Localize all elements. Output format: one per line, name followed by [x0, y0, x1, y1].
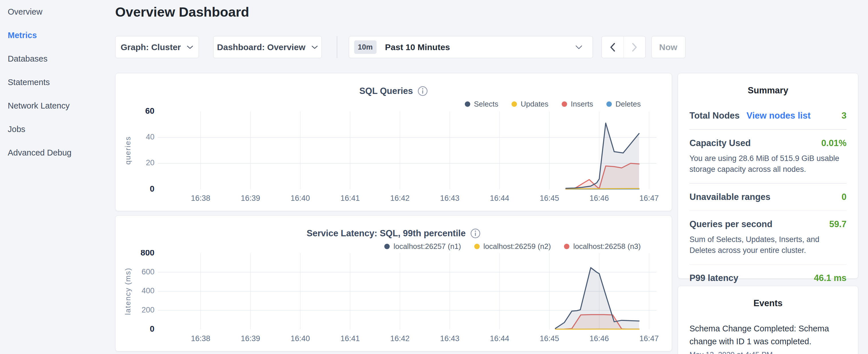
y-axis-tick-label: 400	[142, 286, 154, 295]
chevron-right-icon	[631, 42, 638, 52]
legend-label: localhost:26258 (n3)	[573, 242, 641, 251]
legend-label: Updates	[521, 100, 549, 108]
now-button[interactable]: Now	[651, 36, 685, 58]
x-axis-tick-label: 16:41	[340, 334, 360, 343]
sidebar-item-network-latency[interactable]: Network Latency	[0, 94, 112, 118]
summary-row-value: 0	[842, 192, 846, 202]
summary-row-queries-per-second: Queries per second59.7	[689, 219, 846, 229]
summary-row-value: 46.1 ms	[814, 273, 846, 283]
dashboard-controls: Graph: Cluster Dashboard: Overview 10m P…	[115, 36, 685, 58]
legend-item-inserts[interactable]: Inserts	[562, 100, 593, 108]
x-axis-tick-label: 16:47	[639, 194, 659, 202]
y-axis-tick-label: 600	[142, 267, 154, 276]
legend-dot-icon	[474, 244, 480, 249]
x-axis-tick-label: 16:39	[241, 334, 260, 343]
graph-selector-label: Graph: Cluster	[121, 42, 181, 52]
y-axis-tick-label: 0	[150, 324, 154, 333]
time-range-pager	[601, 36, 646, 58]
time-range-badge: 10m	[354, 40, 376, 54]
legend-dot-icon	[465, 101, 470, 107]
next-time-range-button[interactable]	[624, 36, 645, 58]
time-range-selector[interactable]: 10m Past 10 Minutes	[349, 36, 593, 58]
legend-label: Selects	[474, 100, 498, 108]
legend-item-localhost-26259-n2-[interactable]: localhost:26259 (n2)	[474, 242, 551, 251]
y-axis-tick-label: 40	[146, 133, 154, 141]
x-axis-tick-label: 16:44	[490, 334, 509, 343]
summary-divider	[689, 264, 846, 265]
legend-label: Deletes	[616, 100, 641, 108]
x-axis-tick-label: 16:45	[539, 194, 559, 202]
series-area-selects	[566, 123, 639, 189]
sidebar-item-statements[interactable]: Statements	[0, 70, 112, 94]
summary-row-p99-latency: P99 latency46.1 ms	[689, 273, 846, 283]
info-icon[interactable]	[470, 228, 480, 238]
event-message: Schema Change Completed: Schema change w…	[689, 322, 846, 348]
summary-row-unavailable-ranges: Unavailable ranges0	[689, 192, 846, 202]
sql-queries-title: SQL Queries	[359, 86, 413, 96]
sidebar-item-label: Metrics	[8, 31, 37, 40]
summary-row-description: Sum of Selects, Updates, Inserts, and De…	[689, 234, 846, 256]
legend-item-selects[interactable]: Selects	[465, 100, 498, 108]
dashboard-selector-dropdown[interactable]: Dashboard: Overview	[213, 36, 322, 58]
x-axis-tick-label: 16:46	[589, 194, 609, 202]
chevron-down-icon	[187, 45, 193, 49]
sql-queries-title-row: SQL Queries	[116, 86, 672, 96]
summary-divider	[689, 129, 846, 130]
service-latency-chart[interactable]: 020040060080016:3816:3916:4016:4116:4216…	[116, 250, 672, 350]
dashboard-selector-label: Dashboard: Overview	[217, 42, 305, 52]
y-axis-title: latency (ms)	[124, 267, 132, 315]
x-axis-tick-label: 16:38	[191, 334, 210, 343]
chevron-down-icon	[575, 45, 583, 50]
sidebar-item-label: Overview	[8, 7, 42, 17]
info-icon[interactable]	[417, 86, 428, 96]
x-axis-tick-label: 16:42	[390, 334, 410, 343]
legend-item-localhost-26257-n1-[interactable]: localhost:26257 (n1)	[384, 242, 461, 251]
x-axis-tick-label: 16:47	[639, 334, 659, 343]
event-timestamp: May 13, 2020 at 4:45 PM	[689, 350, 846, 354]
summary-divider	[689, 183, 846, 184]
event-list-item: Schema Change Completed: Schema change w…	[689, 322, 846, 354]
legend-label: localhost:26257 (n1)	[394, 242, 461, 251]
summary-row-value: 59.7	[829, 219, 846, 229]
service-latency-title: Service Latency: SQL, 99th percentile	[307, 228, 466, 238]
summary-row-value: 3	[842, 110, 846, 121]
sidebar: OverviewMetricsDatabasesStatementsNetwor…	[0, 0, 112, 354]
summary-row-label: P99 latency	[689, 273, 739, 283]
events-title: Events	[678, 298, 858, 309]
view-nodes-list-link[interactable]: View nodes list	[746, 110, 810, 121]
sidebar-item-databases[interactable]: Databases	[0, 47, 112, 70]
summary-row-capacity-used: Capacity Used0.01%	[689, 138, 846, 148]
y-axis-tick-label: 60	[145, 108, 154, 116]
sql-queries-chart[interactable]: 020406016:3816:3916:4016:4116:4216:4316:…	[116, 108, 672, 210]
events-body: Schema Change Completed: Schema change w…	[678, 322, 858, 354]
sidebar-item-advanced-debug[interactable]: Advanced Debug	[0, 141, 112, 164]
x-axis-tick-label: 16:43	[440, 194, 460, 202]
service-latency-title-row: Service Latency: SQL, 99th percentile	[116, 228, 672, 238]
y-axis-tick-label: 0	[150, 184, 154, 193]
summary-row-description: You are using 28.6 MiB of 515.9 GiB usab…	[689, 153, 846, 175]
sidebar-item-metrics[interactable]: Metrics	[0, 24, 112, 47]
overview-dashboard-page: OverviewMetricsDatabasesStatementsNetwor…	[0, 0, 868, 354]
legend-dot-icon	[562, 101, 567, 107]
legend-dot-icon	[564, 244, 569, 249]
controls-divider	[337, 36, 337, 58]
x-axis-tick-label: 16:39	[241, 194, 260, 202]
sidebar-item-jobs[interactable]: Jobs	[0, 118, 112, 141]
events-panel: Events Schema Change Completed: Schema c…	[678, 286, 858, 354]
graph-selector-dropdown[interactable]: Graph: Cluster	[115, 36, 199, 58]
prev-time-range-button[interactable]	[602, 36, 624, 58]
x-axis-tick-label: 16:38	[191, 194, 210, 202]
legend-item-deletes[interactable]: Deletes	[607, 100, 641, 108]
legend-item-localhost-26258-n3-[interactable]: localhost:26258 (n3)	[564, 242, 641, 251]
legend-item-updates[interactable]: Updates	[512, 100, 549, 108]
x-axis-tick-label: 16:40	[290, 194, 310, 202]
y-axis-tick-label: 200	[142, 305, 154, 314]
sidebar-item-overview[interactable]: Overview	[0, 0, 112, 24]
x-axis-tick-label: 16:40	[290, 334, 310, 343]
x-axis-tick-label: 16:46	[589, 334, 609, 343]
x-axis-tick-label: 16:43	[440, 334, 460, 343]
summary-row-total-nodes: Total NodesView nodes list3	[689, 110, 846, 121]
legend-dot-icon	[384, 244, 390, 249]
sidebar-item-label: Databases	[8, 54, 48, 64]
sidebar-item-label: Jobs	[8, 125, 25, 134]
